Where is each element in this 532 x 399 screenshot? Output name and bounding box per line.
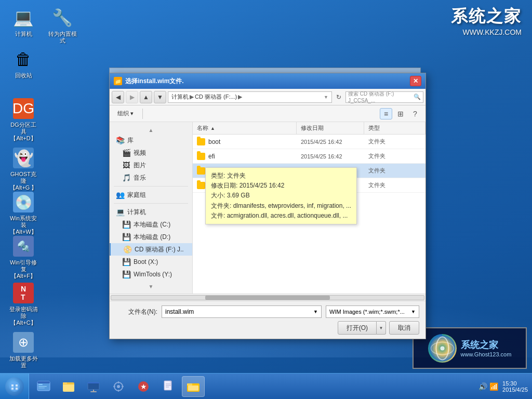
desktop-icon-bootrepair[interactable]: 🔩 Win引导修复【Alt+F】 xyxy=(5,234,42,283)
sidebar-item-video[interactable]: 🎬 视频 xyxy=(110,147,192,159)
col-type-header[interactable]: 类型 xyxy=(364,122,425,134)
sidebar-item-picture[interactable]: 🖼 图片 xyxy=(110,159,192,171)
loadmore-label: 加载更多外置 xyxy=(7,355,39,369)
cancel-button[interactable]: 取消 xyxy=(389,321,419,335)
sidebar-item-library[interactable]: 📚 库 xyxy=(110,134,192,147)
taskbar-item-explorer[interactable] xyxy=(57,376,80,397)
start-button[interactable] xyxy=(0,374,29,400)
desktop-icon-mode[interactable]: 🔧 转为内置模式 xyxy=(44,5,81,47)
up-button[interactable]: ▲ xyxy=(140,91,152,103)
svg-rect-29 xyxy=(187,383,192,385)
col-name-header[interactable]: 名称 ▲ xyxy=(193,122,297,134)
search-icon: 🔍 xyxy=(414,94,421,100)
filename-input[interactable]: install.wim ▼ xyxy=(162,305,322,318)
scrollbar-thumb[interactable] xyxy=(205,296,330,300)
taskbar-item-settings[interactable] xyxy=(107,376,130,397)
sidebar-homegroup-label: 家庭组 xyxy=(127,191,146,200)
sidebar-cdDrive-label: CD 驱动器 (F:) J.. xyxy=(135,245,184,254)
svg-point-3 xyxy=(440,346,444,350)
desktop-icon-computer[interactable]: 💻 计算机 xyxy=(5,5,42,40)
recent-button[interactable]: ▼ xyxy=(154,91,166,103)
open-label: 打开(O) xyxy=(347,324,368,332)
close-button[interactable]: ✕ xyxy=(410,76,421,86)
refresh-button[interactable]: ↻ xyxy=(334,92,344,102)
file-date-boot: 2015/4/25 16:42 xyxy=(297,135,364,149)
sidebar-item-computer[interactable]: 💻 计算机 xyxy=(110,206,192,218)
horizontal-scrollbar[interactable] xyxy=(110,294,425,301)
dialog-title-text: 选择install.wim文件. xyxy=(125,77,410,86)
filename-dropdown-icon[interactable]: ▼ xyxy=(313,309,318,314)
back-button[interactable]: ◀ xyxy=(112,91,124,103)
svg-rect-20 xyxy=(113,386,115,387)
taskbar-item-document[interactable] xyxy=(157,376,180,397)
mode-label: 转为内置模式 xyxy=(46,30,78,45)
svg-rect-7 xyxy=(38,384,43,385)
desktop-icon-wininstall[interactable]: 💿 Win系统安装【Alt+W】 xyxy=(5,190,42,238)
taskbar-item-browser[interactable] xyxy=(32,376,55,397)
folder-icon-boot xyxy=(197,138,205,145)
watermark-inner: 系统之家 www.Ghost123.com xyxy=(428,334,512,363)
watermark-top: 系统之家 WWW.KKZJ.COM xyxy=(451,5,522,36)
sidebar-scroll-up[interactable]: ▲ xyxy=(110,126,192,134)
dialog-titlebar: 📁 选择install.wim文件. ✕ xyxy=(110,73,425,89)
partition-label: DG分区工具【Alt+D】 xyxy=(7,121,39,143)
sidebar-item-wimtools[interactable]: 💾 WimTools (Y:) xyxy=(110,268,192,281)
address-field[interactable]: 计算机 ▶ CD 驱动器 (F:...) ▶ ▼ xyxy=(168,91,332,103)
svg-rect-18 xyxy=(118,381,119,383)
sidebar-diskD-label: 本地磁盘 (D:) xyxy=(134,233,170,242)
file-row-boot[interactable]: boot 2015/4/25 16:42 文件夹 xyxy=(193,135,425,149)
sidebar-item-diskD[interactable]: 💾 本地磁盘 (D:) xyxy=(110,231,192,243)
open-dropdown-button[interactable]: ▼ xyxy=(377,321,386,335)
watermark-brand: 系统之家 xyxy=(461,339,512,351)
desktop-icon-ghost[interactable]: 👻 GHOST克隆【Alt+G 】 xyxy=(5,145,42,194)
sidebar-picture-label: 图片 xyxy=(134,161,146,170)
library-icon: 📚 xyxy=(116,136,124,144)
recycle-icon: 🗑 xyxy=(13,49,34,70)
organize-button[interactable]: 组织 ▾ xyxy=(114,108,137,119)
sidebar-item-homegroup[interactable]: 👥 家庭组 xyxy=(110,189,192,201)
filetype-dropdown-icon[interactable]: ▼ xyxy=(411,309,416,314)
sidebar-scroll-down[interactable]: ▼ xyxy=(110,283,192,290)
taskbar-item-game[interactable]: ★ xyxy=(132,376,155,397)
scrollbar-track[interactable] xyxy=(111,295,424,300)
recycle-label: 回收站 xyxy=(14,72,34,79)
wimtools-icon: 💾 xyxy=(122,270,130,278)
open-button[interactable]: 打开(O) xyxy=(338,321,377,335)
forward-button[interactable]: ▶ xyxy=(126,91,138,103)
brand-chinese: 系统之家 xyxy=(451,5,522,28)
sidebar-item-diskC[interactable]: 💾 本地磁盘 (C:) xyxy=(110,218,192,231)
dialog-title-icon: 📁 xyxy=(114,77,122,85)
filetype-select[interactable]: WIM Images (*.wim;*.swm;*... ▼ xyxy=(326,305,419,318)
svg-rect-11 xyxy=(63,382,67,384)
taskbar-item-network[interactable] xyxy=(82,376,105,397)
desktop-icon-pwdclear[interactable]: NT 登录密码清除【Alt+C】 xyxy=(5,281,42,329)
file-row-efi[interactable]: efi 2015/4/25 16:42 文件夹 xyxy=(193,149,425,164)
desktop: 系统之家 WWW.KKZJ.COM 💻 计算机 🔧 转为内置模式 🗑 回收站 D… xyxy=(0,0,532,399)
help-button[interactable]: ? xyxy=(409,108,421,119)
view-type-button[interactable]: ⊞ xyxy=(394,108,407,119)
sidebar-item-cdDrive[interactable]: 📀 CD 驱动器 (F:) J.. xyxy=(110,243,192,256)
picture-icon: 🖼 xyxy=(122,161,130,169)
view-toggle-button[interactable]: ≡ xyxy=(380,108,392,119)
desktop-icon-partition[interactable]: DG DG分区工具【Alt+D】 xyxy=(5,96,42,145)
folder-tooltip: 类型: 文件夹 修改日期: 2015/4/25 16:42 大小: 3.69 G… xyxy=(205,167,357,224)
filename-value: install.wim xyxy=(165,308,194,315)
dialog-toolbar: 组织 ▾ ≡ ⊞ ? xyxy=(110,105,425,122)
tray-icons: 🔊 📶 xyxy=(478,382,498,391)
diskC-icon: 💾 xyxy=(122,220,130,229)
search-field[interactable]: 搜索 CD 驱动器 (F:) J_CCSA_... 🔍 xyxy=(345,91,423,103)
desktop-icon-recycle[interactable]: 🗑 回收站 xyxy=(5,47,42,82)
computer-icon: 💻 xyxy=(13,7,34,28)
toolbar-separator-1 xyxy=(142,109,143,119)
taskbar: ★ 🔊 📶 15 xyxy=(0,373,532,399)
mode-icon: 🔧 xyxy=(52,7,73,28)
sidebar-divider-1 xyxy=(114,186,188,187)
address-dropdown[interactable]: ▼ xyxy=(324,95,328,100)
sidebar-item-bootX[interactable]: 💾 Boot (X:) xyxy=(110,256,192,268)
taskbar-item-active-folder[interactable] xyxy=(182,376,205,397)
col-name-sort: ▲ xyxy=(210,126,215,131)
desktop-icon-loadmore[interactable]: ⊕ 加载更多外置 xyxy=(5,330,42,371)
sidebar-item-music[interactable]: 🎵 音乐 xyxy=(110,171,192,184)
dialog-actions: 打开(O) ▼ 取消 xyxy=(116,321,419,335)
col-date-header[interactable]: 修改日期 xyxy=(297,122,364,134)
